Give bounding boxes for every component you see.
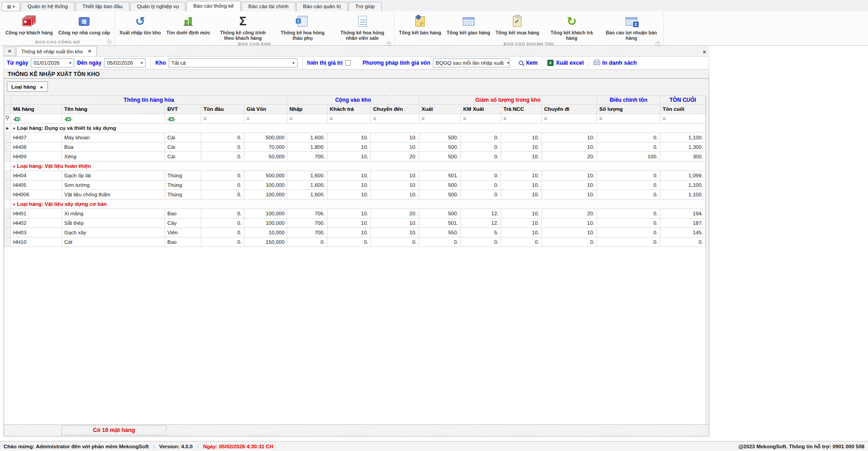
table-cell[interactable]: 0. xyxy=(597,133,660,142)
table-cell[interactable]: 10. xyxy=(327,133,371,142)
table-cell[interactable]: 0. xyxy=(597,171,660,180)
table-row[interactable]: HH05Sơn tườngThùng0.100,0001,600.10.10.5… xyxy=(5,180,706,190)
table-cell[interactable]: 100. xyxy=(597,152,660,161)
ribbon-tab-tro-giup[interactable]: Trợ giúp xyxy=(349,2,382,11)
collapse-icon[interactable]: ▾ xyxy=(13,202,15,207)
table-cell[interactable]: 0. xyxy=(201,180,244,190)
table-cell[interactable]: 0. xyxy=(597,190,660,199)
table-cell[interactable]: 10. xyxy=(371,180,419,190)
column-header[interactable]: Giá Vốn xyxy=(244,104,287,114)
button-ton-duoi-dinh-muc[interactable]: Tồn dưới định mức xyxy=(164,12,213,35)
table-cell[interactable]: HH07 xyxy=(11,133,62,142)
table-cell[interactable]: Máy khoan xyxy=(62,133,165,142)
view-button[interactable]: Xem xyxy=(519,60,537,66)
table-cell[interactable]: 10. xyxy=(327,171,371,180)
table-cell[interactable]: 1,300. xyxy=(660,142,706,152)
filter-cell[interactable]: = xyxy=(201,114,244,123)
filter-cell[interactable]: = xyxy=(597,114,660,123)
table-cell[interactable]: 10. xyxy=(327,152,371,161)
filter-cell[interactable]: = xyxy=(287,114,327,123)
table-cell[interactable]: 10. xyxy=(371,133,419,142)
table-cell[interactable]: 0. xyxy=(461,142,501,152)
table-cell[interactable]: 100,000 xyxy=(244,190,287,199)
table-cell[interactable]: 0. xyxy=(201,133,244,142)
cost-method-select[interactable]: BQGQ sau mỗi lần nhập xuất ▼ xyxy=(433,58,510,67)
table-cell[interactable]: 10. xyxy=(501,171,542,180)
table-cell[interactable]: 500. xyxy=(419,180,461,190)
table-cell[interactable]: 0. xyxy=(461,133,501,142)
table-cell[interactable]: HH10 xyxy=(11,237,62,247)
ribbon-tab-bao-cao-tai-chinh[interactable]: Báo cáo tài chính xyxy=(242,2,295,11)
table-cell[interactable]: 10. xyxy=(501,228,542,237)
table-cell[interactable]: Cây xyxy=(165,218,201,228)
filter-cell[interactable]: aBc xyxy=(165,114,201,123)
table-cell[interactable]: 10,000 xyxy=(244,228,287,237)
table-cell[interactable]: 145. xyxy=(660,228,706,237)
table-cell[interactable]: 10. xyxy=(542,180,597,190)
table-cell[interactable]: 700. xyxy=(287,228,327,237)
column-header[interactable]: Trả NCC xyxy=(501,104,542,114)
table-cell[interactable]: 10. xyxy=(327,218,371,228)
table-cell[interactable]: Xi măng xyxy=(62,209,165,218)
group-row[interactable]: ▶▾Loại hàng: Dụng cụ và thiết bị xây dựn… xyxy=(5,123,706,133)
button-cong-no-khach-hang[interactable]: Công nợ khách hàng xyxy=(3,12,56,35)
table-cell[interactable]: 100,000 xyxy=(244,218,287,228)
filter-cell[interactable]: = xyxy=(542,114,597,123)
table-cell[interactable]: 10. xyxy=(501,180,542,190)
column-header[interactable]: ĐVT xyxy=(165,104,201,114)
print-list-button[interactable]: In danh sách xyxy=(593,60,637,66)
group-dialog-launcher-icon[interactable]: ▾ xyxy=(386,41,391,46)
table-cell[interactable]: Thùng xyxy=(165,190,201,199)
table-cell[interactable]: 10. xyxy=(501,152,542,161)
table-cell[interactable]: HH08 xyxy=(11,142,62,152)
table-cell[interactable]: 10. xyxy=(371,228,419,237)
table-cell[interactable]: HH02 xyxy=(11,218,62,228)
table-cell[interactable]: 10. xyxy=(371,142,419,152)
table-cell[interactable]: Búa xyxy=(62,142,165,152)
column-header[interactable]: Tồn đầu xyxy=(201,104,244,114)
column-header[interactable]: Tên hàng xyxy=(62,104,165,114)
table-cell[interactable]: 0. xyxy=(597,237,660,247)
column-header[interactable]: Nhập xyxy=(287,104,327,114)
button-xuat-nhap-ton-kho[interactable]: ↺ Xuất nhập tồn kho xyxy=(117,12,164,35)
table-cell[interactable]: 10. xyxy=(327,142,371,152)
table-cell[interactable]: 10. xyxy=(501,209,542,218)
table-cell[interactable]: 0. xyxy=(597,228,660,237)
column-header[interactable]: KM Xuất xyxy=(461,104,501,114)
table-cell[interactable]: 10. xyxy=(542,142,597,152)
table-cell[interactable]: 500. xyxy=(419,152,461,161)
table-cell[interactable]: 500. xyxy=(419,190,461,199)
column-header[interactable]: Tồn cuối xyxy=(660,104,706,114)
table-cell[interactable]: HH04 xyxy=(11,171,62,180)
table-cell[interactable]: 10. xyxy=(542,218,597,228)
table-row[interactable]: HH03Gạch xâyViên0.10,000700.10.10.550.5.… xyxy=(5,228,706,237)
table-cell[interactable]: Cát xyxy=(62,237,165,247)
column-header[interactable]: Xuất xyxy=(419,104,461,114)
table-cell[interactable]: 500,000 xyxy=(244,171,287,180)
group-row[interactable]: ▾Loại hàng: Vật liệu xây dựng cơ bản xyxy=(5,199,706,209)
table-cell[interactable]: HH05 xyxy=(11,180,62,190)
table-cell[interactable]: 0. xyxy=(597,218,660,228)
close-document-button[interactable]: ✕ xyxy=(700,49,709,56)
table-cell[interactable]: 501. xyxy=(419,218,461,228)
table-cell[interactable]: 1,800. xyxy=(287,142,327,152)
button-tong-ket-giao-hang[interactable]: Tổng kết giao hàng xyxy=(444,12,493,35)
table-row[interactable]: HH07Máy khoanCái0.500,0001,600.10.10.500… xyxy=(5,133,706,142)
table-cell[interactable]: 10. xyxy=(501,133,542,142)
export-excel-button[interactable]: X Xuất excel xyxy=(547,60,584,66)
button-thong-ke-cong-trinh[interactable]: Σ Thống kê công trình theo khách hàng xyxy=(213,12,273,41)
table-cell[interactable]: 706. xyxy=(287,209,327,218)
table-cell[interactable]: 500. xyxy=(419,209,461,218)
ribbon-tab-quan-ly-nghiep-vu[interactable]: Quản lý nghiệp vụ xyxy=(130,2,186,11)
filter-cell[interactable]: = xyxy=(501,114,542,123)
filter-cell[interactable]: = xyxy=(660,114,706,123)
close-all-tabs-button[interactable]: ✕ xyxy=(4,47,15,56)
ribbon-tab-bao-cao-quan-tri[interactable]: Báo cáo quản trị xyxy=(296,2,348,11)
filter-cell[interactable]: = xyxy=(244,114,287,123)
column-header[interactable]: Khách trả xyxy=(327,104,371,114)
to-date-input[interactable]: 05/02/2026 ▼ xyxy=(104,58,146,67)
table-cell[interactable]: 1,600. xyxy=(287,180,327,190)
button-tong-ket-khach-tra-hang[interactable]: ↻ Tổng kết khách trả hàng xyxy=(542,12,602,41)
table-cell[interactable]: 1,100. xyxy=(660,133,706,142)
table-cell[interactable]: 0. xyxy=(201,171,244,180)
